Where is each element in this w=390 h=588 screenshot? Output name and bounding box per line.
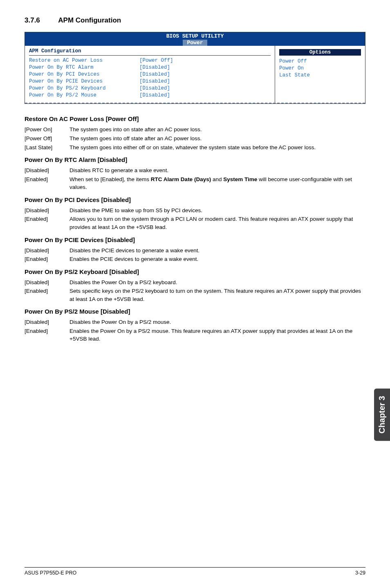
bios-setting-value: [Disabled]	[139, 71, 170, 78]
option-key: [Enabled]	[25, 175, 69, 191]
bios-dashed-divider	[25, 103, 365, 103]
setting-block: Power On By PCIE Devices [Disabled][Disa…	[25, 236, 365, 263]
option-description: Enables the PCIE devices to generate a w…	[69, 255, 365, 263]
options-header: Options	[279, 49, 361, 56]
option-key: [Disabled]	[25, 166, 69, 175]
option-key: [Enabled]	[25, 215, 69, 231]
bios-setting-row: Restore on AC Power Loss[Power Off]	[29, 57, 271, 64]
setting-title: Power On By PCIE Devices [Disabled]	[25, 236, 365, 243]
setting-title: Power On By PS/2 Mouse [Disabled]	[25, 308, 365, 315]
option-row: [Disabled]Disables the PME to wake up fr…	[25, 206, 365, 215]
setting-block: Restore On AC Power Loss [Power Off][Pow…	[25, 115, 365, 151]
section-number: 3.7.6	[25, 16, 40, 24]
setting-title: Power On By PS/2 Keyboard [Disabled]	[25, 268, 365, 275]
option-description: The system goes into on state after an A…	[69, 126, 365, 134]
option-row: [Disabled]Disables the PCIE devices to g…	[25, 247, 365, 255]
option-row: [Disabled]Disables the Power On by a PS/…	[25, 318, 365, 326]
bios-setting-value: [Disabled]	[139, 85, 170, 92]
bios-setting-label: Power On By PCIE Devices	[29, 78, 139, 85]
bios-left-pane: APM Configuration Restore on AC Power Lo…	[25, 46, 275, 103]
bios-setting-value: [Disabled]	[139, 78, 170, 85]
options-list: Power OffPower OnLast State	[279, 58, 361, 79]
apm-config-title: APM Configuration	[29, 48, 271, 56]
setting-title: Restore On AC Power Loss [Power Off]	[25, 115, 365, 122]
option-description: Disables RTC to generate a wake event.	[69, 166, 365, 175]
footer-right: 3-29	[355, 570, 365, 576]
bios-header: BIOS SETUP UTILITY Power	[25, 32, 365, 46]
bios-title: BIOS SETUP UTILITY	[25, 33, 365, 40]
setting-title: Power On By PCI Devices [Disabled]	[25, 196, 365, 203]
bios-rows: Restore on AC Power Loss[Power Off]Power…	[29, 57, 271, 99]
page-footer: ASUS P7P55D-E PRO 3-29	[25, 567, 365, 576]
option-row: [Enabled]Sets specific keys on the PS/2 …	[25, 287, 365, 303]
bios-setting-value: [Disabled]	[139, 64, 170, 71]
option-item: Power Off	[279, 58, 361, 65]
setting-block: Power On By PS/2 Mouse [Disabled][Disabl…	[25, 308, 365, 343]
option-key: [Enabled]	[25, 327, 69, 343]
option-key: [Power On]	[25, 126, 69, 134]
setting-block: Power On By RTC Alarm [Disabled][Disable…	[25, 156, 365, 191]
bios-tab-power: Power	[183, 40, 207, 46]
option-row: [Disabled]Disables RTC to generate a wak…	[25, 166, 365, 175]
option-row: [Power On]The system goes into on state …	[25, 126, 365, 134]
bios-setting-label: Power On By PS/2 Keyboard	[29, 85, 139, 92]
bios-setting-row: Power On By PCI Devices[Disabled]	[29, 71, 271, 78]
bios-setting-row: Power On By PS/2 Mouse[Disabled]	[29, 92, 271, 99]
bios-setting-label: Power On By RTC Alarm	[29, 64, 139, 71]
option-key: [Disabled]	[25, 247, 69, 255]
option-key: [Enabled]	[25, 287, 69, 303]
option-description: When set to [Enabled], the items RTC Ala…	[69, 175, 365, 191]
option-description: Sets specific keys on the PS/2 keyboard …	[69, 287, 365, 303]
option-description: Enables the Power On by a PS/2 mouse. Th…	[69, 327, 365, 343]
setting-title: Power On By RTC Alarm [Disabled]	[25, 156, 365, 163]
option-description: Disables the PME to wake up from S5 by P…	[69, 206, 365, 215]
option-row: [Power Off]The system goes into off stat…	[25, 135, 365, 143]
option-row: [Enabled]When set to [Enabled], the item…	[25, 175, 365, 191]
bios-setting-row: Power On By PS/2 Keyboard[Disabled]	[29, 85, 271, 92]
bios-setting-row: Power On By PCIE Devices[Disabled]	[29, 78, 271, 85]
option-row: [Enabled]Allows you to turn on the syste…	[25, 215, 365, 231]
option-row: [Disabled]Disables the Power On by a PS/…	[25, 278, 365, 287]
option-description: Allows you to turn on the system through…	[69, 215, 365, 231]
option-key: [Disabled]	[25, 318, 69, 326]
option-item: Power On	[279, 65, 361, 72]
bios-setting-label: Power On By PCI Devices	[29, 71, 139, 78]
option-description: The system goes into either off or on st…	[69, 144, 365, 152]
option-row: [Enabled]Enables the Power On by a PS/2 …	[25, 327, 365, 343]
chapter-side-tab: Chapter 3	[374, 388, 390, 441]
option-row: [Last State]The system goes into either …	[25, 144, 365, 152]
option-key: [Last State]	[25, 144, 69, 152]
option-key: [Power Off]	[25, 135, 69, 143]
bios-setting-label: Restore on AC Power Loss	[29, 57, 139, 64]
section-header: 3.7.6 APM Configuration	[25, 16, 365, 25]
option-row: [Enabled]Enables the PCIE devices to gen…	[25, 255, 365, 263]
option-item: Last State	[279, 72, 361, 79]
option-description: Disables the PCIE devices to generate a …	[69, 247, 365, 255]
setting-block: Power On By PCI Devices [Disabled][Disab…	[25, 196, 365, 231]
bios-right-pane: Options Power OffPower OnLast State	[275, 46, 365, 103]
option-description: The system goes into off state after an …	[69, 135, 365, 143]
option-key: [Disabled]	[25, 206, 69, 215]
bios-setting-value: [Power Off]	[139, 57, 173, 64]
setting-block: Power On By PS/2 Keyboard [Disabled][Dis…	[25, 268, 365, 303]
bios-setting-row: Power On By RTC Alarm[Disabled]	[29, 64, 271, 71]
bios-setting-label: Power On By PS/2 Mouse	[29, 92, 139, 99]
option-description: Disables the Power On by a PS/2 mouse.	[69, 318, 365, 326]
footer-left: ASUS P7P55D-E PRO	[25, 570, 76, 576]
option-key: [Disabled]	[25, 278, 69, 287]
section-title: APM Configuration	[58, 16, 121, 24]
bios-screenshot: BIOS SETUP UTILITY Power APM Configurati…	[25, 32, 365, 104]
bios-setting-value: [Disabled]	[139, 92, 170, 99]
option-description: Disables the Power On by a PS/2 keyboard…	[69, 278, 365, 287]
option-key: [Enabled]	[25, 255, 69, 263]
